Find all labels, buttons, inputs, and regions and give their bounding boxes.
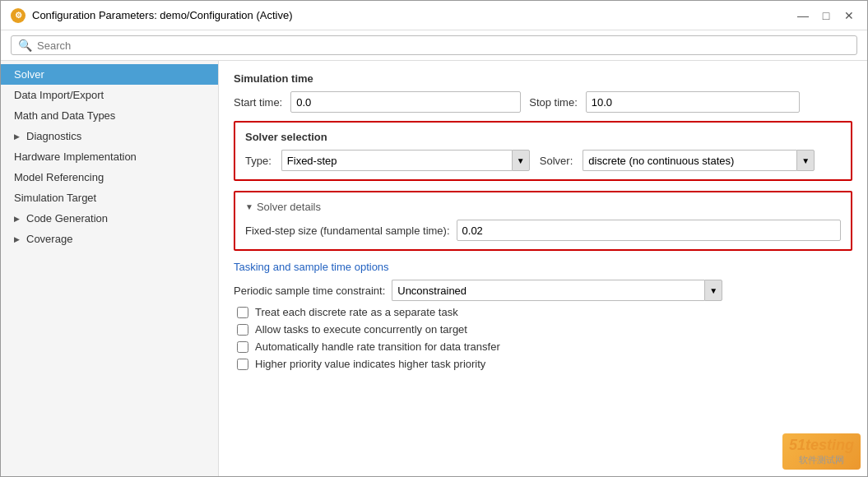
fixed-step-row: Fixed-step size (fundamental sample time… xyxy=(245,220,841,241)
title-bar-left: ⚙ Configuration Parameters: demo/Configu… xyxy=(11,8,292,23)
watermark: 51testing 软件测试网 xyxy=(782,433,861,470)
triangle-icon: ▼ xyxy=(245,202,253,211)
periodic-dropdown-wrapper: ▼ xyxy=(392,280,722,301)
fixed-step-input[interactable] xyxy=(457,220,841,241)
tasking-title: Tasking and sample time options xyxy=(234,261,852,273)
app-icon: ⚙ xyxy=(11,8,26,23)
minimize-button[interactable]: — xyxy=(795,7,811,24)
type-dropdown-wrapper: ▼ xyxy=(281,150,530,171)
solver-details-title: ▼ Solver details xyxy=(245,201,841,213)
sidebar-item-math-data-types[interactable]: Math and Data Types xyxy=(1,105,218,126)
watermark-logo: 51testing 软件测试网 xyxy=(782,433,861,470)
sidebar-item-data-import-export[interactable]: Data Import/Export xyxy=(1,85,218,105)
sidebar-item-diagnostics[interactable]: Diagnostics xyxy=(1,126,218,146)
sidebar-label-model: Model Referencing xyxy=(14,171,104,183)
sidebar-item-model-referencing[interactable]: Model Referencing xyxy=(1,167,218,188)
simulation-time-row: Start time: Stop time: xyxy=(234,91,852,113)
solver-input[interactable] xyxy=(583,150,796,171)
start-time-label: Start time: xyxy=(234,96,282,109)
periodic-label: Periodic sample time constraint: xyxy=(234,285,385,297)
sidebar-label-coverage: Coverage xyxy=(26,233,72,245)
checkbox-higher-priority[interactable] xyxy=(237,359,248,370)
content-wrapper: Simulation time Start time: Stop time: S… xyxy=(219,61,867,476)
checkbox-label-3: Automatically handle rate transition for… xyxy=(255,340,500,353)
periodic-input[interactable] xyxy=(392,280,704,301)
tasking-section: Tasking and sample time options Periodic… xyxy=(234,261,852,370)
solver-selection-box: Solver selection Type: ▼ Solver: ▼ xyxy=(234,121,852,181)
sidebar-label-math: Math and Data Types xyxy=(14,109,115,122)
title-bar: ⚙ Configuration Parameters: demo/Configu… xyxy=(1,1,867,30)
checkbox-label-4: Higher priority value indicates higher t… xyxy=(255,358,485,370)
search-wrapper: 🔍 xyxy=(11,35,857,55)
solver-details-box: ▼ Solver details Fixed-step size (fundam… xyxy=(234,191,852,251)
maximize-button[interactable]: □ xyxy=(818,7,834,24)
sidebar-label-diagnostics: Diagnostics xyxy=(26,130,81,142)
checkbox-row-2: Allow tasks to execute concurrently on t… xyxy=(234,323,852,336)
sidebar-label-hardware: Hardware Implementation xyxy=(14,151,137,163)
sidebar-label-simulation: Simulation Target xyxy=(14,192,96,204)
checkbox-row-1: Treat each discrete rate as a separate t… xyxy=(234,306,852,318)
checkbox-concurrent-tasks[interactable] xyxy=(237,324,248,336)
close-button[interactable]: ✕ xyxy=(841,7,857,24)
checkbox-row-4: Higher priority value indicates higher t… xyxy=(234,358,852,370)
periodic-dropdown-arrow[interactable]: ▼ xyxy=(704,280,722,301)
sidebar-item-solver[interactable]: Solver xyxy=(1,64,218,85)
solver-dropdown-wrapper: ▼ xyxy=(583,150,815,171)
sidebar-label-code: Code Generation xyxy=(26,212,108,225)
checkbox-rate-transition[interactable] xyxy=(237,341,248,353)
window-title: Configuration Parameters: demo/Configura… xyxy=(32,9,292,21)
type-label: Type: xyxy=(245,155,272,167)
checkbox-discrete-rate[interactable] xyxy=(237,307,248,318)
checkbox-label-2: Allow tasks to execute concurrently on t… xyxy=(255,323,467,336)
sidebar-item-hardware-implementation[interactable]: Hardware Implementation xyxy=(1,146,218,167)
watermark-text: 51testing xyxy=(789,437,854,454)
start-time-input[interactable] xyxy=(290,91,521,113)
main-window: ⚙ Configuration Parameters: demo/Configu… xyxy=(0,0,868,477)
checkbox-label-1: Treat each discrete rate as a separate t… xyxy=(255,306,458,318)
solver-dropdown-arrow[interactable]: ▼ xyxy=(796,150,815,171)
watermark-sub: 软件测试网 xyxy=(789,454,854,466)
type-dropdown-arrow[interactable]: ▼ xyxy=(512,150,530,171)
periodic-row: Periodic sample time constraint: ▼ xyxy=(234,280,852,301)
search-input[interactable] xyxy=(37,39,850,52)
solver-row: Type: ▼ Solver: ▼ xyxy=(245,150,841,171)
stop-time-label: Stop time: xyxy=(529,96,578,109)
sidebar: Solver Data Import/Export Math and Data … xyxy=(1,61,219,476)
main-content: Solver Data Import/Export Math and Data … xyxy=(1,61,867,476)
solver-selection-title: Solver selection xyxy=(245,131,841,143)
sidebar-item-simulation-target[interactable]: Simulation Target xyxy=(1,188,218,208)
sidebar-item-code-generation[interactable]: Code Generation xyxy=(1,208,218,229)
sidebar-label-solver: Solver xyxy=(14,68,44,81)
stop-time-input[interactable] xyxy=(586,91,800,113)
sidebar-item-coverage[interactable]: Coverage xyxy=(1,229,218,249)
fixed-step-label: Fixed-step size (fundamental sample time… xyxy=(245,225,450,237)
search-bar: 🔍 xyxy=(1,30,867,61)
sidebar-label-data-import: Data Import/Export xyxy=(14,89,104,101)
type-input[interactable] xyxy=(281,150,512,171)
content-area: Simulation time Start time: Stop time: S… xyxy=(219,61,867,387)
title-bar-controls: — □ ✕ xyxy=(795,7,857,24)
checkbox-row-3: Automatically handle rate transition for… xyxy=(234,340,852,353)
search-icon: 🔍 xyxy=(18,39,32,52)
solver-label: Solver: xyxy=(540,155,573,167)
simulation-time-title: Simulation time xyxy=(234,72,852,85)
